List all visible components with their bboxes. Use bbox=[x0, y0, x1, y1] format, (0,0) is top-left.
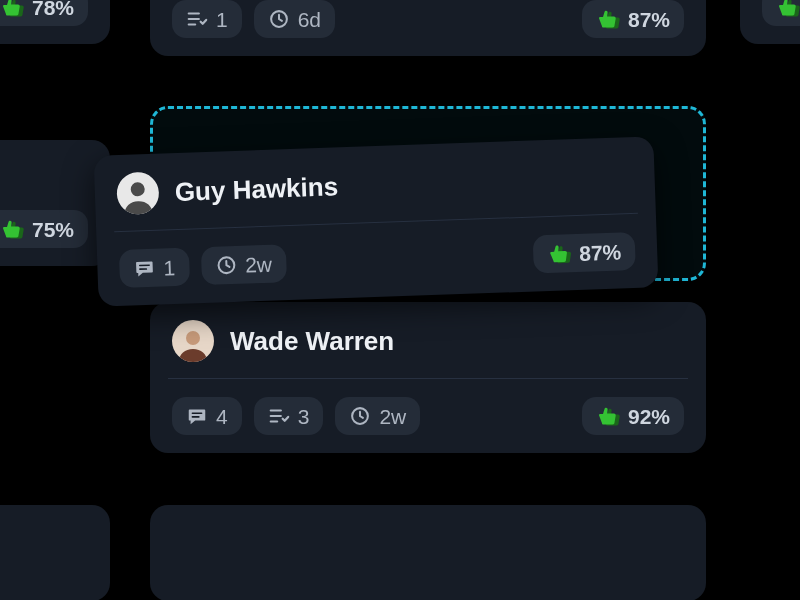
approval-chip: 75% bbox=[0, 210, 88, 248]
card-partial-bottom-mid[interactable] bbox=[150, 505, 706, 600]
approval-value: 78% bbox=[32, 0, 74, 18]
card-partial-mid-left[interactable]: 75% bbox=[0, 140, 110, 266]
thumbs-up-icon bbox=[776, 0, 800, 18]
approval-value: 87% bbox=[579, 241, 622, 263]
clock-icon bbox=[268, 8, 290, 30]
tasks-icon bbox=[268, 405, 290, 427]
divider bbox=[114, 213, 638, 232]
thumbs-up-icon bbox=[596, 405, 620, 427]
time-value: 2w bbox=[245, 253, 273, 275]
time-value: 6d bbox=[298, 9, 321, 30]
card-wade-warren[interactable]: Wade Warren 4 3 2w 92% bbox=[150, 302, 706, 453]
tasks-chip: 1 bbox=[172, 0, 242, 38]
time-value: 2w bbox=[379, 406, 406, 427]
avatar bbox=[172, 320, 214, 362]
card-partial-bottom-left[interactable] bbox=[0, 505, 110, 600]
thumbs-up-icon bbox=[0, 218, 24, 240]
thumbs-up-icon bbox=[0, 0, 24, 18]
comments-chip: 4 bbox=[172, 397, 242, 435]
clock-icon bbox=[215, 254, 238, 277]
card-guy-hawkins-dragging[interactable]: Guy Hawkins 1 2w 87% bbox=[94, 136, 659, 306]
approval-chip: 92% bbox=[582, 397, 684, 435]
time-chip: 6d bbox=[254, 0, 335, 38]
clock-icon bbox=[349, 405, 371, 427]
card-partial-top-right[interactable]: 87% bbox=[740, 0, 800, 44]
svg-point-2 bbox=[186, 331, 200, 345]
user-name: Wade Warren bbox=[230, 326, 394, 357]
approval-value: 87% bbox=[628, 9, 670, 30]
tasks-value: 1 bbox=[216, 9, 228, 30]
tasks-icon bbox=[186, 8, 208, 30]
divider bbox=[168, 378, 688, 379]
time-chip: 2w bbox=[200, 244, 286, 285]
time-chip: 2w bbox=[335, 397, 420, 435]
comments-chip: 1 bbox=[119, 248, 190, 288]
comments-value: 1 bbox=[163, 257, 175, 278]
approval-chip: 87% bbox=[762, 0, 800, 26]
approval-chip: 87% bbox=[533, 232, 636, 274]
user-name: Guy Hawkins bbox=[174, 171, 338, 208]
avatar bbox=[116, 172, 159, 215]
comment-icon bbox=[186, 405, 208, 427]
comments-value: 4 bbox=[216, 406, 228, 427]
card-partial-top-left[interactable]: 78% bbox=[0, 0, 110, 44]
approval-value: 92% bbox=[628, 406, 670, 427]
tasks-value: 3 bbox=[298, 406, 310, 427]
thumbs-up-icon bbox=[547, 242, 572, 265]
approval-chip: 78% bbox=[0, 0, 88, 26]
tasks-chip: 3 bbox=[254, 397, 324, 435]
thumbs-up-icon bbox=[596, 8, 620, 30]
comment-icon bbox=[133, 257, 156, 280]
approval-value: 75% bbox=[32, 219, 74, 240]
approval-chip: 87% bbox=[582, 0, 684, 38]
card-partial-top-mid[interactable]: 1 6d 87% bbox=[150, 0, 706, 56]
